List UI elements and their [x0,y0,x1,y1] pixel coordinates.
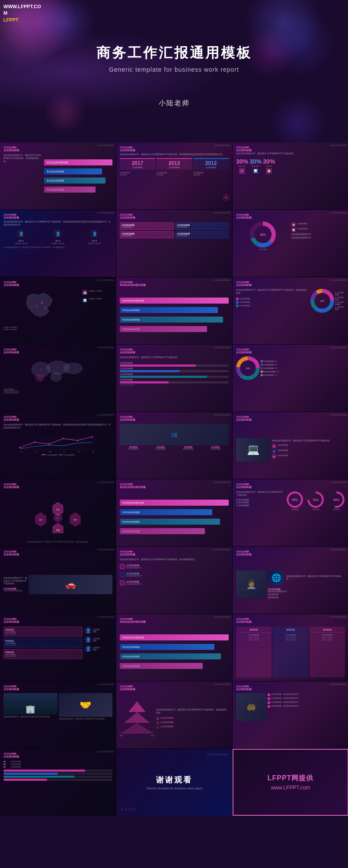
slide-23[interactable]: 点击此处编辑 单击此处添加项目标题 单击此处添加项目标题 单击此处添加标题 单击… [116,614,232,681]
slide-7[interactable]: 点击此处编辑 点击添加标题 点击此 to add title 点击此 to ad… [0,277,116,344]
hero-section: WWW.LFPPT.CO M LFPPT 商务工作汇报通用模板 Generic … [0,0,348,143]
svg-marker-46 [53,523,63,533]
svg-text:添加: 添加 [78,451,80,453]
slide-22[interactable]: 点击此处编辑 点击添加标题 领域标题 点击添加标题 Click to add t… [0,614,116,681]
slide-9[interactable]: 点击此处编辑 点击添加标题 在此处添加您的文字，建议您在"文字说明"框中写下您的… [233,277,348,344]
svg-text:标题: 标题 [48,451,51,453]
hero-author: 小陆老师 [159,99,190,108]
slide-17[interactable]: 点击此处编辑 单击此处添加项目标题 单击此处添加项目标题 单击此处添加标题 单击… [116,479,232,546]
svg-text:添加: 添加 [73,518,77,520]
slide-18[interactable]: 点击此处编辑 点击添加标题 在此处添加您的文字，建议您在"文字说明"框中写下您的… [233,479,348,546]
svg-text:点击: 点击 [39,518,42,520]
svg-point-6 [45,307,47,309]
svg-point-31 [48,443,50,444]
slide-11[interactable]: 点击此处编辑 点击添加标题 在此处添加您的文字，建议您在"文字说明"框中写下您的… [116,345,232,412]
svg-point-29 [19,447,21,448]
svg-point-34 [92,436,93,437]
svg-point-30 [34,441,35,443]
slide-25[interactable]: 点击此处编辑 点击添加标题 🏢 在此处添加您的文字，建议您在"文字说明"框中写下… [0,681,116,748]
svg-point-33 [77,440,78,441]
hero-subtitle: Generic template for business work repor… [109,66,239,73]
slide-4[interactable]: 点击此处编辑 点击添加标题 在此处添加您的文字，建议您在"文字说明"框中写下您的… [0,210,116,277]
svg-point-19 [57,367,59,369]
svg-point-32 [63,438,64,439]
svg-text:添加: 添加 [35,451,37,453]
slide-20[interactable]: 点击此处编辑 点击添加标题 在此处添加您的文字，建议您在"文字说明"框中写下您的… [116,547,232,614]
hero-title: 商务工作汇报通用模板 [96,44,252,63]
slide-3[interactable]: 点击此处编辑 点击添加标题 在此处添加您的文字，建议您在"文字说明"框中写下您的… [233,143,348,209]
svg-text:点击: 点击 [64,451,66,453]
svg-point-5 [36,305,38,307]
svg-text:点击: 点击 [20,451,23,453]
slide-29: 谢谢观看 Generic template for business work … [116,749,232,816]
slides-grid: 点击此处编辑 点击添加标题 在此处添加您的文字，建议您在"文字说明"框中写下您的… [0,143,348,816]
svg-text:标题: 标题 [56,529,60,531]
slide-14[interactable]: 点击此处编辑 点击添加标题 👥 点击添加 点击添加标题 点击添加 点击添加标题 [116,412,232,479]
svg-text:标题: 标题 [92,451,95,453]
slide-26[interactable]: 点击此处编辑 点击添加标题 40% 45% 在此处添加您的文字，建议您在"文字说… [116,681,232,748]
slide-5[interactable]: 点击此处编辑 点击添加标题 点击添加标题 点击添加标题 点击添加标题 点击添加标… [116,210,232,277]
svg-point-20 [39,377,41,379]
slide-27[interactable]: 点击此处编辑 点击添加标题 🤲 点击添加标题，在此处添加您的文字 点击添加标题，… [233,681,348,748]
slide-13[interactable]: 点击此处编辑 点击添加标题 在此处添加您的文字，建议您在"文字说明"框中写下您的… [0,412,116,479]
slide-12[interactable]: 点击此处编辑 点击添加标题 23% 点击添加标题 23% [233,345,348,412]
slide-15[interactable]: 点击此处编辑 点击添加标题 💻 在此处添加您的文字，建议您在"文字说明"框中写下… [233,412,348,479]
slide-28[interactable]: 点击此处编辑 点击添加标题 🏢 点击添加标题 🏢 点击添加标题 🏢 点击添加标题 [0,749,116,816]
slide-8[interactable]: 点击此处编辑 单击此处添加项目标题 单击此处添加项目标题 单击此处添加标题 单击… [116,277,232,344]
svg-text:点击: 点击 [56,508,60,510]
slide-16[interactable]: 点击此处编辑 点击添加标题 点击 添加 标题 点击 核心 ● 在此处添加您的文字… [0,479,116,546]
slide-21[interactable]: 点击此处编辑 点击添加标题 👩‍💼 🌐 在此处添加您的文字，建议您在"文字说明"… [233,547,348,614]
slide-1[interactable]: 点击此处编辑 点击添加标题 在此处添加您的文字，建议您在"文字说明"框中写下您的… [0,143,116,209]
svg-point-16 [51,373,62,382]
svg-text:核心: 核心 [56,517,60,519]
slide-19[interactable]: 点击此处编辑 点击添加标题 在此处添加您的文字，建议您在"文字说明"框中写下您的… [0,547,116,614]
watermark-top: WWW.LFPPT.CO M LFPPT [3,3,41,23]
slide-10[interactable]: 点击此处编辑 点击添加标题 点击添加标题 在此处添加您的文字。 [0,345,116,412]
svg-point-4 [41,301,43,304]
slide-30: LFPPT网提供 www.LFPPT.com [233,749,348,816]
slide-2[interactable]: 点击此处编辑 点击添加标题 在此处添加您的文字，建议您在"文字说明"框中写下您的… [116,143,232,209]
svg-point-18 [40,369,42,371]
slide-6[interactable]: 点击此处编辑 点击添加标题 50% 23% 58% 🏠 [233,210,348,277]
svg-point-15 [64,363,83,374]
slide-24[interactable]: 点击此处编辑 点击添加标题 领域标题 点击添加标题 Click to add t… [233,614,348,681]
